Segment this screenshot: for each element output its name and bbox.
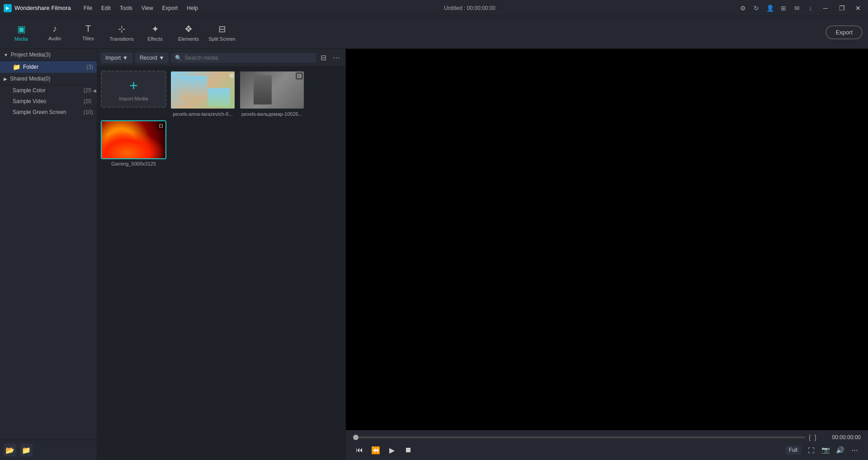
media-item-pexels2[interactable]: ⊟ pexels-вальдемар-10026... [239, 71, 305, 117]
scrubber-thumb[interactable] [353, 435, 359, 440]
folder-open-icon: 📁 [22, 446, 31, 455]
toolbar-effects-label: Effects [147, 36, 162, 42]
search-input[interactable] [184, 55, 312, 61]
download-icon[interactable]: ↓ [806, 3, 816, 13]
media-panel: Import ▼ Record ▼ 🔍 ⊟ ⋯ + Import Media [97, 49, 346, 460]
shared-media-count: (0) [44, 76, 51, 82]
quality-selector[interactable]: Full [785, 446, 801, 455]
preview-scrubber[interactable] [353, 436, 805, 438]
project-media-count: (3) [44, 52, 51, 58]
toolbar-elements-label: Elements [178, 36, 199, 42]
media-label-gaming: Gaming_5000x3125 [111, 161, 156, 166]
mail-icon[interactable]: ✉ [792, 3, 802, 13]
import-media-item[interactable]: + Import Media [101, 71, 166, 117]
sync-icon[interactable]: ↻ [751, 3, 761, 13]
sidebar-item-sample-color[interactable]: Sample Color (25) [0, 85, 97, 96]
snapshot-btn[interactable]: 📷 [819, 444, 832, 456]
fullscreen-btn[interactable]: ⛶ [805, 444, 817, 456]
toolbar-transitions-btn[interactable]: ⊹ Transitions [106, 19, 137, 46]
media-thumb-gaming: ⊡ [101, 120, 166, 159]
filter-icon[interactable]: ⊟ [319, 52, 328, 64]
import-media-label: Import Media [119, 96, 148, 101]
toolbar-split-screen-btn[interactable]: ⊟ Split Screen [206, 19, 238, 46]
media-grid: + Import Media ⊞ pexels-anna-tarazevich-… [97, 67, 345, 460]
app-name: Wondershare Filmora [14, 5, 71, 11]
timecode-display: 00:00:00:00 [820, 434, 861, 441]
sidebar-item-sample-video[interactable]: Sample Video (20) [0, 96, 97, 107]
effects-icon: ✦ [151, 24, 159, 34]
sidebar-item-sample-green-screen[interactable]: Sample Green Screen (10) [0, 107, 97, 118]
toolbar-audio-btn[interactable]: ♪ Audio [39, 19, 71, 46]
toolbar-titles-label: Titles [82, 36, 94, 41]
preview-panel: { } 00:00:00:00 ⏮ ⏪ ▶ ⏹ Full ⛶ 📷 🔊 ⋯ [346, 49, 868, 460]
prev-frame-btn[interactable]: ⏪ [369, 444, 382, 456]
media-icon: ▣ [17, 24, 26, 34]
volume-btn[interactable]: 🔊 [834, 444, 846, 456]
sample-video-label: Sample Video [13, 98, 47, 104]
media-label-pexels2: pexels-вальдемар-10026... [241, 111, 302, 117]
record-button[interactable]: Record ▼ [135, 52, 169, 63]
panel-bottom-toolbar: 📂 📁 [0, 440, 97, 460]
user-icon[interactable]: 👤 [765, 3, 775, 13]
toolbar-elements-btn[interactable]: ❖ Elements [173, 19, 204, 46]
close-button[interactable]: ✕ [852, 2, 864, 14]
toolbar-titles-btn[interactable]: T Titles [72, 19, 104, 46]
record-label: Record [140, 55, 157, 61]
media-thumb-pexels1: ⊞ [170, 71, 236, 109]
menu-export[interactable]: Export [159, 4, 182, 12]
import-button[interactable]: Import ▼ [101, 52, 132, 63]
search-box[interactable]: 🔍 [171, 53, 316, 63]
preview-extra-btns: ⛶ 📷 🔊 ⋯ [805, 444, 861, 456]
toolbar-effects-btn[interactable]: ✦ Effects [139, 19, 171, 46]
menu-help[interactable]: Help [183, 4, 202, 12]
open-folder-btn[interactable]: 📁 [20, 444, 33, 456]
audio-icon: ♪ [52, 24, 57, 34]
video-overlay-icon: ⊟ [296, 72, 303, 80]
new-folder-btn[interactable]: 📂 [4, 444, 16, 456]
rewind-btn[interactable]: ⏮ [353, 444, 366, 456]
logo-icon: ▶ [4, 4, 12, 12]
transitions-icon: ⊹ [118, 24, 126, 34]
image-type-icon: ⊡ [157, 122, 165, 129]
media-item-gaming[interactable]: ⊡ Gaming_5000x3125 [101, 120, 166, 166]
stop-btn[interactable]: ⏹ [402, 444, 415, 456]
toolbar-split-screen-label: Split Screen [208, 36, 235, 42]
toolbar-transitions-label: Transitions [109, 36, 133, 42]
play-btn[interactable]: ▶ [386, 444, 398, 456]
video-type-icon: ⊞ [229, 72, 234, 79]
import-dropdown-icon: ▼ [123, 55, 128, 61]
grid-view-icon[interactable]: ⋯ [331, 52, 342, 64]
app-logo: ▶ Wondershare Filmora [4, 4, 71, 12]
bookmark-icon[interactable]: ⊞ [778, 3, 788, 13]
more-settings-btn[interactable]: ⋯ [848, 444, 861, 456]
export-button[interactable]: Export [826, 25, 863, 39]
import-media-thumb[interactable]: + Import Media [101, 71, 166, 108]
menu-view[interactable]: View [138, 4, 157, 12]
preview-timeline-bar: { } 00:00:00:00 [353, 434, 861, 441]
search-icon: 🔍 [175, 55, 182, 61]
sample-green-screen-count: (10) [84, 109, 93, 115]
media-toolbar: Import ▼ Record ▼ 🔍 ⊟ ⋯ [97, 49, 345, 67]
mark-out-icon[interactable]: } [814, 434, 816, 441]
toolbar-media-label: Media [14, 36, 28, 42]
shared-media-header[interactable]: ▶ Shared Media (0) [0, 73, 97, 85]
title-bar: ▶ Wondershare Filmora File Edit Tools Vi… [0, 0, 868, 16]
menu-edit[interactable]: Edit [98, 4, 114, 12]
toolbar-media-btn[interactable]: ▣ Media [5, 19, 37, 46]
settings-icon[interactable]: ⚙ [738, 3, 748, 13]
project-media-header[interactable]: ▼ Project Media (3) [0, 49, 97, 61]
left-panel: ▼ Project Media (3) 📁 Folder (3) ▶ Share… [0, 49, 97, 460]
menu-tools[interactable]: Tools [116, 4, 136, 12]
plus-icon: + [129, 77, 138, 94]
maximize-button[interactable]: ❐ [835, 2, 848, 14]
media-thumb-pexels2: ⊟ [239, 71, 305, 109]
folder-add-icon: 📂 [5, 446, 14, 455]
minimize-button[interactable]: ─ [819, 2, 832, 14]
preview-btn-row: ⏮ ⏪ ▶ ⏹ Full ⛶ 📷 🔊 ⋯ [353, 444, 861, 456]
mark-in-icon[interactable]: { [809, 434, 811, 441]
menu-file[interactable]: File [80, 4, 96, 12]
media-item-pexels1[interactable]: ⊞ pexels-anna-tarazevich-6... [170, 71, 236, 117]
panel-collapse-btn[interactable]: ◀ [92, 77, 97, 104]
chevron-right-icon: ▶ [4, 76, 7, 81]
sidebar-item-folder[interactable]: 📁 Folder (3) [0, 61, 97, 73]
